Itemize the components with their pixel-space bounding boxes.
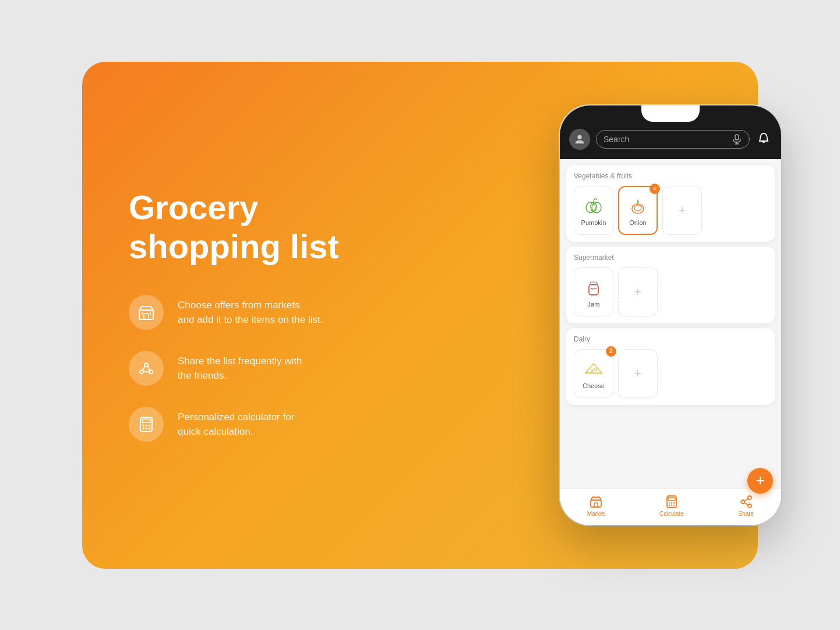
- feature-list: Choose offers from markets and add it to…: [129, 295, 362, 442]
- add-dairy-icon: +: [634, 366, 642, 381]
- vegetables-items-row: Pumpkin × Onion: [574, 186, 767, 235]
- svg-point-39: [669, 504, 670, 505]
- svg-rect-32: [591, 500, 601, 507]
- svg-point-37: [671, 502, 672, 503]
- item-jam[interactable]: Jam: [574, 268, 613, 316]
- cheese-count-badge: 2: [606, 346, 616, 357]
- svg-rect-1: [144, 314, 149, 319]
- item-cheese-label: Cheese: [583, 382, 605, 389]
- add-vegetable-icon: +: [679, 203, 686, 218]
- section-vegetables: Vegetables & fruits Pumpkin: [566, 165, 775, 242]
- add-supermarket-button[interactable]: +: [618, 268, 658, 316]
- svg-rect-27: [589, 284, 598, 295]
- svg-point-41: [673, 504, 675, 505]
- search-bar[interactable]: Search: [596, 130, 750, 149]
- feature-item-market: Choose offers from markets and add it to…: [129, 295, 362, 330]
- item-onion[interactable]: × Onion: [618, 186, 658, 235]
- feature-icon-calculator: [129, 407, 164, 442]
- onion-remove-badge[interactable]: ×: [650, 184, 660, 194]
- svg-line-7: [143, 366, 145, 371]
- svg-point-18: [577, 135, 581, 139]
- fab-icon: +: [756, 471, 764, 490]
- search-placeholder: Search: [603, 135, 728, 144]
- svg-point-4: [144, 363, 148, 367]
- svg-rect-33: [594, 503, 598, 507]
- nav-market-icon: [589, 495, 603, 509]
- svg-point-12: [143, 425, 144, 427]
- svg-point-29: [594, 368, 597, 371]
- supermarket-items-row: Jam +: [574, 268, 767, 316]
- app-bottom-nav: Market Calculate: [560, 488, 781, 525]
- item-jam-label: Jam: [588, 301, 600, 308]
- add-dairy-button[interactable]: +: [618, 349, 658, 398]
- item-pumpkin[interactable]: Pumpkin: [574, 186, 613, 235]
- app-title: Grocery shopping list: [129, 188, 362, 266]
- svg-line-8: [148, 366, 150, 371]
- item-cheese[interactable]: 2 Cheese: [574, 349, 613, 398]
- svg-rect-11: [142, 419, 150, 423]
- item-onion-label: Onion: [629, 219, 646, 226]
- add-supermarket-icon: +: [634, 284, 642, 300]
- item-pumpkin-label: Pumpkin: [581, 219, 606, 226]
- dairy-items-row: 2 Cheese +: [574, 349, 767, 398]
- svg-line-46: [744, 502, 748, 505]
- svg-point-26: [634, 205, 641, 211]
- feature-item-calculator: Personalized calculator for quick calcul…: [129, 407, 362, 442]
- app-content: Vegetables & fruits Pumpkin: [560, 159, 781, 488]
- phone-mockup: Search: [560, 105, 781, 525]
- app-screen: Search: [560, 105, 781, 525]
- svg-point-43: [741, 500, 744, 504]
- phone-notch: [641, 105, 700, 122]
- section-title-supermarket: Supermarket: [574, 254, 767, 262]
- feature-text-market: Choose offers from markets and add it to…: [178, 298, 323, 328]
- nav-calculate-label: Calculate: [659, 511, 684, 517]
- svg-point-42: [748, 496, 751, 499]
- nav-share-icon: [739, 495, 753, 509]
- nav-item-share[interactable]: Share: [738, 495, 754, 517]
- mic-icon[interactable]: [732, 134, 742, 145]
- svg-point-38: [673, 502, 675, 503]
- section-title-vegetables: Vegetables & fruits: [574, 172, 767, 180]
- svg-point-14: [149, 425, 150, 427]
- svg-point-16: [146, 428, 147, 430]
- svg-point-44: [748, 504, 751, 508]
- main-card: Grocery shopping list Choose offers from…: [82, 62, 758, 569]
- section-dairy: Dairy 2 Cheese: [566, 328, 775, 405]
- svg-point-36: [669, 502, 670, 503]
- svg-point-13: [146, 425, 147, 427]
- feature-item-share: Share the list frequently with the frien…: [129, 351, 362, 386]
- feature-icon-market: [129, 295, 164, 330]
- svg-line-45: [744, 498, 748, 501]
- svg-point-40: [671, 504, 672, 505]
- feature-text-share: Share the list frequently with the frien…: [178, 354, 302, 383]
- section-supermarket: Supermarket Jam: [566, 247, 775, 323]
- svg-rect-35: [668, 498, 675, 501]
- user-avatar[interactable]: [569, 129, 590, 150]
- feature-icon-share: [129, 351, 164, 386]
- nav-item-calculate[interactable]: Calculate: [659, 495, 684, 517]
- svg-point-17: [149, 428, 150, 430]
- nav-calculate-icon: [665, 495, 679, 509]
- svg-rect-19: [735, 135, 739, 140]
- fab-button[interactable]: +: [747, 468, 773, 494]
- left-content: Grocery shopping list Choose offers from…: [82, 153, 408, 477]
- svg-rect-0: [139, 310, 153, 319]
- feature-text-calculator: Personalized calculator for quick calcul…: [178, 410, 294, 439]
- nav-item-market[interactable]: Market: [587, 495, 605, 517]
- add-vegetable-button[interactable]: +: [662, 186, 702, 235]
- nav-market-label: Market: [587, 511, 605, 517]
- nav-share-label: Share: [738, 511, 754, 517]
- svg-point-30: [591, 369, 593, 371]
- svg-point-15: [143, 428, 144, 430]
- bell-icon[interactable]: [756, 131, 772, 147]
- section-title-dairy: Dairy: [574, 335, 767, 343]
